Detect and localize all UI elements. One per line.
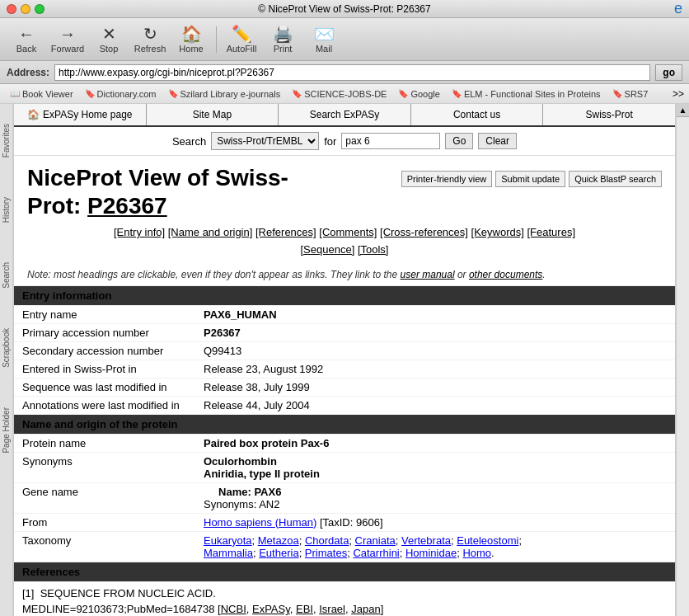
nav-home[interactable]: 🏠 ExPASy Home page	[14, 104, 147, 125]
nav-link-name-origin[interactable]: [Name and origin]	[168, 226, 253, 238]
tax-catarrhini[interactable]: Catarrhini	[353, 547, 399, 559]
tax-chordata[interactable]: Chordata	[305, 534, 349, 547]
mail-button[interactable]: ✉️ Mail	[304, 21, 344, 58]
search-clear-button[interactable]: Clear	[478, 133, 517, 149]
nav-search[interactable]: Search ExPASy	[279, 104, 411, 125]
home-button[interactable]: 🏠 Home	[171, 21, 211, 58]
nav-link-comments[interactable]: [Comments]	[319, 226, 377, 238]
bookmark-srs7[interactable]: 🔖 SRS7	[607, 87, 654, 101]
tax-metazoa[interactable]: Metazoa	[258, 534, 299, 547]
note-content: Note: most headings are clickable, even …	[27, 269, 546, 280]
seq-modified-value: Release 38, July 1999	[195, 378, 675, 396]
stop-button[interactable]: ✕ Stop	[89, 21, 129, 58]
bookmark-google[interactable]: 🔖 Google	[393, 87, 444, 101]
nav-link-references[interactable]: [References]	[255, 226, 316, 238]
back-button[interactable]: ← Back	[7, 21, 46, 58]
sidebar-tab-favorites[interactable]: Favorites	[0, 120, 12, 161]
nav-swissprot[interactable]: Swiss-Prot	[543, 104, 675, 125]
nav-search-link[interactable]: Search ExPASy	[310, 109, 379, 120]
nav-link-sequence[interactable]: [Sequence]	[301, 243, 355, 256]
from-value: Homo sapiens (Human) [TaxID: 9606]	[195, 513, 675, 531]
go-button[interactable]: go	[655, 64, 682, 81]
main-content: 🏠 ExPASy Home page Site Map Search ExPAS…	[13, 104, 676, 616]
bookmark-book-viewer[interactable]: 📖 Book Viewer	[5, 87, 78, 101]
window-controls[interactable]	[7, 4, 45, 14]
ref-ncbi-link[interactable]: NCBI	[221, 603, 246, 615]
refresh-label: Refresh	[134, 44, 166, 54]
toolbar: ← Back → Forward ✕ Stop ↻ Refresh 🏠 Home…	[0, 18, 689, 61]
entered-value: Release 23, August 1992	[195, 360, 675, 378]
entry-info-header[interactable]: Entry information	[14, 286, 675, 306]
print-button[interactable]: 🖨️ Print	[263, 21, 302, 58]
tax-euteleostomi[interactable]: Euteleostomi	[457, 534, 518, 547]
other-docs-link[interactable]: other documents	[469, 269, 542, 280]
nav-links: [Entry info] [Name and origin] [Referenc…	[14, 219, 675, 264]
entry-info-header-row: Entry information	[14, 286, 675, 306]
entered-row: Entered in Swiss-Prot in Release 23, Aug…	[14, 360, 675, 378]
search-select[interactable]: Swiss-Prot/TrEMBL Swiss-Prot TrEMBL UniP…	[211, 132, 319, 150]
tax-craniata[interactable]: Craniata	[355, 534, 396, 547]
address-input[interactable]	[59, 67, 646, 78]
autofill-button[interactable]: ✏️ AutoFill	[222, 21, 261, 58]
nav-contact-link[interactable]: Contact us	[453, 109, 500, 120]
tax-mammalia[interactable]: Mammalia	[204, 547, 253, 559]
bookmark-icon-4: 🔖	[398, 89, 408, 98]
sidebar-tab-page-holder[interactable]: Page Holder	[0, 404, 12, 457]
scroll-track[interactable]	[677, 117, 689, 616]
nav-link-tools[interactable]: [Tools]	[358, 243, 389, 256]
nav-link-keywords[interactable]: [Keywords]	[471, 226, 524, 238]
tax-hominidae[interactable]: Hominidae	[405, 547, 457, 559]
nav-sitemap[interactable]: Site Map	[147, 104, 279, 125]
bookmark-dictionary[interactable]: 🔖 Dictionary.com	[80, 87, 162, 101]
bookmark-szilard[interactable]: 🔖 Szilard Library e-journals	[163, 87, 286, 101]
for-label: for	[324, 135, 336, 148]
sidebar-tab-history[interactable]: History	[0, 194, 12, 226]
bookmark-elm[interactable]: 🔖 ELM - Functional Sites in Proteins	[447, 87, 606, 101]
quick-blastp-button[interactable]: Quick BlastP search	[569, 171, 662, 187]
ref-japan-link[interactable]: Japan	[351, 603, 380, 615]
tax-vertebrata[interactable]: Vertebrata	[401, 534, 451, 547]
sidebar-tab-scrapbook[interactable]: Scrapbook	[0, 325, 12, 371]
ref-expasy-link[interactable]: ExPASy	[252, 603, 290, 615]
nav-swissprot-link[interactable]: Swiss-Prot	[586, 109, 633, 120]
nav-link-cross-refs[interactable]: [Cross-references]	[380, 226, 468, 238]
forward-button[interactable]: → Forward	[48, 21, 87, 58]
search-query-input[interactable]	[341, 133, 440, 149]
bookmarks-more[interactable]: >>	[673, 88, 684, 100]
nav-contact[interactable]: Contact us	[411, 104, 544, 125]
address-label: Address:	[7, 67, 49, 78]
maximize-button[interactable]	[35, 4, 45, 14]
refresh-button[interactable]: ↻ Refresh	[130, 21, 170, 58]
scroll-up-button[interactable]: ▲	[677, 104, 689, 117]
tax-homo[interactable]: Homo	[462, 547, 491, 559]
tax-primates[interactable]: Primates	[305, 547, 347, 559]
name-origin-header-row: Name and origin of the protein	[14, 414, 675, 434]
tax-eukaryota[interactable]: Eukaryota	[204, 534, 252, 547]
close-button[interactable]	[7, 4, 16, 14]
submit-update-button[interactable]: Submit update	[495, 171, 565, 187]
search-label: Search	[172, 135, 206, 148]
minimize-button[interactable]	[21, 4, 30, 14]
bookmark-science-jobs[interactable]: 🔖 SCIENCE-JOBS-DE	[287, 87, 391, 101]
left-sidebar: Favorites History Search Scrapbook Page …	[0, 104, 13, 616]
tax-eutheria[interactable]: Eutheria	[259, 547, 298, 559]
entry-id[interactable]: P26367	[87, 193, 167, 219]
gene-name-row: Gene name Name: PAX6 Synonyms: AN2	[14, 482, 675, 513]
nav-home-link[interactable]: ExPASy Home page	[43, 109, 133, 120]
user-manual-link[interactable]: user manual	[401, 269, 455, 280]
right-scrollbar[interactable]: ▲ ▼	[676, 104, 689, 616]
nav-link-features[interactable]: [Features]	[527, 226, 576, 238]
gene-name-value: Name: PAX6 Synonyms: AN2	[195, 482, 675, 513]
ref-ebi-link[interactable]: EBI	[296, 603, 313, 615]
ref-israel-link[interactable]: Israel	[319, 603, 345, 615]
sidebar-tab-search[interactable]: Search	[0, 259, 12, 292]
references-header[interactable]: References	[14, 562, 675, 581]
nav-link-entry-info[interactable]: [Entry info]	[114, 226, 165, 238]
search-go-button[interactable]: Go	[445, 133, 473, 149]
printer-friendly-button[interactable]: Printer-friendly view	[401, 171, 493, 187]
nav-sitemap-link[interactable]: Site Map	[193, 109, 232, 120]
address-input-wrapper[interactable]	[54, 64, 650, 81]
homo-sapiens-link[interactable]: Homo sapiens (Human)	[204, 516, 316, 529]
bookmark-icon-1: 🔖	[85, 89, 95, 98]
name-origin-header[interactable]: Name and origin of the protein	[14, 414, 675, 434]
